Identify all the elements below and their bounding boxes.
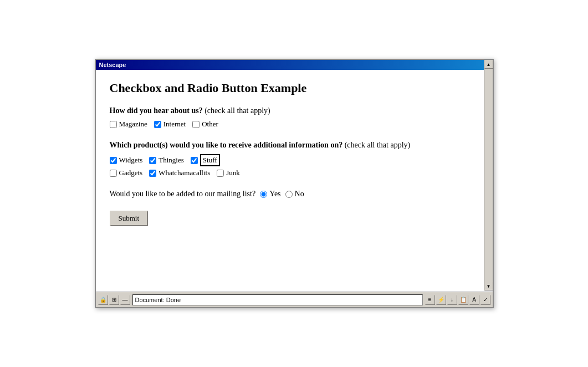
checkbox-internet-label: Internet <box>163 120 186 129</box>
browser-titlebar: Netscape <box>96 60 493 70</box>
titlebar-text: Netscape <box>99 62 126 68</box>
browser-scrollbar: ▲ ▼ <box>484 60 493 290</box>
scrollbar-up-button[interactable]: ▲ <box>484 60 493 69</box>
statusbar-text: Document: Done <box>132 294 423 305</box>
statusbar-right-icon-3: ↓ <box>447 295 457 305</box>
mailing-list-row: Would you like to be added to our mailin… <box>110 190 479 198</box>
checkbox-whatchamacallits[interactable]: Whatchamacallits <box>149 169 210 177</box>
checkbox-widgets-label: Widgets <box>119 156 143 165</box>
checkbox-junk-input[interactable] <box>217 170 224 177</box>
checkbox-gadgets-input[interactable] <box>110 170 117 177</box>
checkbox-thingies-input[interactable] <box>149 157 156 164</box>
section-mailing-list: Would you like to be added to our mailin… <box>110 190 479 198</box>
statusbar-right-icon-6: ✓ <box>480 295 490 305</box>
statusbar-right-icon-2: ⚡ <box>436 295 446 305</box>
page-title: Checkbox and Radio Button Example <box>110 81 479 95</box>
statusbar-right-icon-1: ≡ <box>425 295 435 305</box>
checkbox-widgets[interactable]: Widgets <box>110 156 143 165</box>
checkbox-thingies-label: Thingies <box>158 156 184 165</box>
checkbox-thingies[interactable]: Thingies <box>149 156 184 165</box>
statusbar-icon-1: 🔒 <box>98 295 108 305</box>
checkbox-stuff-label: Stuff <box>200 154 220 166</box>
checkbox-magazine-input[interactable] <box>110 121 117 128</box>
mailing-list-question: Would you like to be added to our mailin… <box>110 190 256 198</box>
browser-statusbar: 🔒 ⊞ — Document: Done ≡ ⚡ ↓ 📋 A ✓ <box>96 292 493 307</box>
checkbox-other-input[interactable] <box>192 121 200 128</box>
radio-no-input[interactable] <box>285 191 293 198</box>
scrollbar-down-button[interactable]: ▼ <box>484 282 493 290</box>
checkbox-whatchamacallits-input[interactable] <box>149 170 156 177</box>
section2-row2: Gadgets Whatchamacallits Junk <box>110 169 479 177</box>
statusbar-icon-3: — <box>120 295 130 305</box>
radio-yes-input[interactable] <box>260 191 267 198</box>
section-hear-about-us: How did you hear about us? (check all th… <box>110 106 479 129</box>
section1-question: How did you hear about us? (check all th… <box>110 106 479 115</box>
radio-yes-label: Yes <box>269 190 280 198</box>
radio-yes[interactable]: Yes <box>260 190 280 198</box>
checkbox-magazine-label: Magazine <box>119 120 147 129</box>
radio-no-label: No <box>295 190 304 198</box>
checkbox-junk[interactable]: Junk <box>217 169 240 177</box>
browser-content: Checkbox and Radio Button Example How di… <box>96 70 493 292</box>
checkbox-gadgets-label: Gadgets <box>119 169 143 177</box>
browser-window: Netscape Checkbox and Radio Button Examp… <box>95 59 494 308</box>
statusbar-icon-2: ⊞ <box>109 295 119 305</box>
section1-checkboxes: Magazine Internet Other <box>110 120 479 129</box>
statusbar-right-icons: ≡ ⚡ ↓ 📋 A ✓ <box>425 295 490 305</box>
statusbar-right-icon-4: 📋 <box>458 295 468 305</box>
checkbox-internet[interactable]: Internet <box>154 120 186 129</box>
checkbox-widgets-input[interactable] <box>110 157 117 164</box>
checkbox-other-label: Other <box>202 120 218 129</box>
checkbox-stuff[interactable]: Stuff <box>191 154 220 166</box>
statusbar-right-icon-5: A <box>469 295 479 305</box>
checkbox-stuff-input[interactable] <box>191 157 198 164</box>
section2-row1: Widgets Thingies Stuff <box>110 154 479 166</box>
checkbox-gadgets[interactable]: Gadgets <box>110 169 143 177</box>
scrollbar-thumb[interactable] <box>484 69 493 282</box>
radio-no[interactable]: No <box>285 190 304 198</box>
section2-question: Which product(s) would you like to recei… <box>110 141 479 150</box>
statusbar-left-icons: 🔒 ⊞ — <box>98 295 130 305</box>
checkbox-magazine[interactable]: Magazine <box>110 120 147 129</box>
submit-button[interactable]: Submit <box>110 211 149 226</box>
checkbox-whatchamacallits-label: Whatchamacallits <box>158 169 210 177</box>
checkbox-other[interactable]: Other <box>192 120 218 129</box>
checkbox-junk-label: Junk <box>226 169 240 177</box>
page-background: Netscape Checkbox and Radio Button Examp… <box>0 0 588 367</box>
section-products: Which product(s) would you like to recei… <box>110 141 479 177</box>
checkbox-internet-input[interactable] <box>154 121 161 128</box>
